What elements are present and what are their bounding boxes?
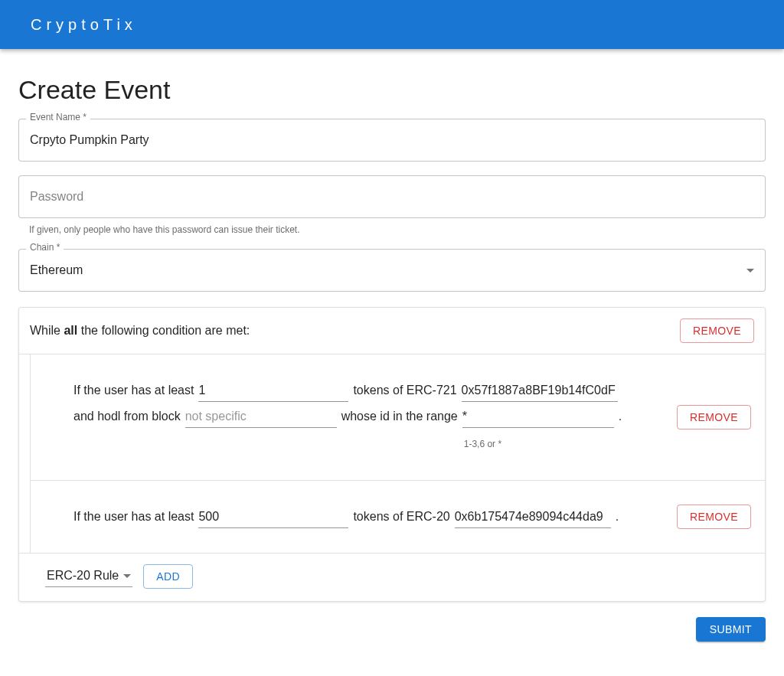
event-name-input[interactable] bbox=[18, 119, 766, 162]
rule0-prefix: If the user has at least bbox=[74, 377, 194, 403]
rule0-address-input[interactable] bbox=[462, 380, 618, 402]
brand-title: CryptoTix bbox=[31, 16, 137, 34]
add-rule-row: ERC-20 Rule ADD bbox=[19, 553, 765, 601]
event-name-field: Event Name * bbox=[18, 119, 766, 162]
rules-nested: If the user has at least tokens of ERC-7… bbox=[30, 354, 765, 553]
rule1-mid: tokens of ERC-20 bbox=[353, 504, 449, 530]
chain-select[interactable]: Ethereum bbox=[18, 249, 766, 292]
page-title: Create Event bbox=[18, 75, 766, 105]
condition-text: While all the following condition are me… bbox=[30, 324, 250, 338]
chain-label: Chain * bbox=[26, 242, 64, 253]
rule0-line2-mid: whose id in the range bbox=[341, 403, 458, 429]
rule-erc721: If the user has at least tokens of ERC-7… bbox=[31, 354, 765, 480]
chain-field: Chain * Ethereum bbox=[18, 249, 766, 292]
password-field bbox=[18, 175, 766, 218]
rule1-address-input[interactable] bbox=[455, 507, 611, 528]
rule0-line2-prefix: and hodl from block bbox=[74, 403, 181, 429]
rule0-block-input[interactable] bbox=[185, 407, 337, 428]
chevron-down-icon bbox=[123, 574, 131, 578]
rule1-period: . bbox=[616, 504, 619, 530]
condition-bold: all bbox=[64, 324, 77, 337]
rule-erc20: If the user has at least tokens of ERC-2… bbox=[31, 480, 765, 553]
chevron-down-icon bbox=[746, 269, 754, 273]
rule0-idrange-helper: 1-3,6 or * bbox=[461, 431, 616, 457]
rules-header: While all the following condition are me… bbox=[19, 308, 765, 354]
add-rule-button[interactable]: ADD bbox=[143, 564, 193, 589]
chain-select-value: Ethereum bbox=[30, 263, 83, 277]
password-input[interactable] bbox=[18, 175, 766, 218]
rule0-idrange-input[interactable] bbox=[462, 407, 614, 428]
condition-prefix: While bbox=[30, 324, 64, 337]
remove-group-button[interactable]: REMOVE bbox=[680, 318, 754, 343]
rule-erc721-body: If the user has at least tokens of ERC-7… bbox=[31, 365, 677, 469]
submit-row: SUBMIT bbox=[18, 617, 766, 642]
rule0-amount-input[interactable] bbox=[198, 380, 348, 402]
rule-type-value: ERC-20 Rule bbox=[47, 569, 119, 583]
rule0-mid: tokens of ERC-721 bbox=[353, 377, 456, 403]
event-name-label: Event Name * bbox=[26, 112, 90, 122]
condition-suffix: the following condition are met: bbox=[77, 324, 250, 337]
password-helper: If given, only people who have this pass… bbox=[29, 224, 766, 235]
rule0-period: . bbox=[619, 403, 622, 429]
submit-button[interactable]: SUBMIT bbox=[696, 617, 766, 642]
remove-rule0-button[interactable]: REMOVE bbox=[677, 405, 751, 429]
rule1-prefix: If the user has at least bbox=[74, 504, 194, 530]
rule-type-select[interactable]: ERC-20 Rule bbox=[45, 566, 132, 587]
remove-rule1-button[interactable]: REMOVE bbox=[677, 505, 751, 529]
rule1-amount-input[interactable] bbox=[198, 507, 348, 528]
rules-card: While all the following condition are me… bbox=[18, 307, 766, 602]
page-container: Create Event Event Name * If given, only… bbox=[0, 49, 784, 660]
rule-erc20-body: If the user has at least tokens of ERC-2… bbox=[31, 491, 677, 542]
app-bar: CryptoTix bbox=[0, 0, 784, 49]
